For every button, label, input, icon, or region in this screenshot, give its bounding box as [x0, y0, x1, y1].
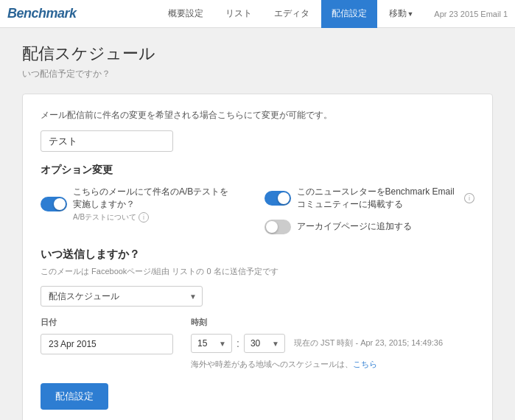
- archive-label: アーカイブページに追加する: [297, 220, 412, 233]
- minute-select[interactable]: 30: [244, 334, 285, 353]
- time-row: 15 ▼ : 30 ▼ 現在の JST 時刻 - Apr 23, 2015; 1…: [191, 334, 443, 353]
- main-content: 配信スケジュール いつ配信予定ですか？ メール配信前に件名の変更を希望される場合…: [0, 28, 515, 420]
- toggle-archive[interactable]: [264, 220, 291, 234]
- tab-delivery[interactable]: 配信設定: [321, 0, 377, 28]
- options-right: このニュースレターをBenchmark Emailコミュニティーに掲載する i …: [264, 186, 474, 234]
- community-label: このニュースレターをBenchmark Emailコミュニティーに掲載する: [297, 186, 459, 211]
- schedule-dropdown-wrapper: 配信スケジュール ▼: [41, 286, 203, 307]
- options-title: オプション変更: [41, 164, 474, 177]
- options-row: こちらのメールにて件名のA/Bテストを実施しますか？ A/Bテストについて i: [41, 186, 474, 234]
- date-time-row: 日付 時刻 15 ▼ :: [41, 317, 474, 370]
- send-title: いつ送信しますか？: [41, 248, 474, 262]
- option-archive: アーカイブページに追加する: [264, 220, 474, 234]
- date-input[interactable]: [41, 334, 173, 354]
- tab-editor[interactable]: エディタ: [264, 0, 320, 28]
- hour-dropdown-wrapper: 15 ▼: [191, 334, 232, 353]
- option-community: このニュースレターをBenchmark Emailコミュニティーに掲載する i: [264, 186, 474, 211]
- ab-test-sublabel: A/Bテストについて i: [73, 212, 235, 223]
- community-info-icon[interactable]: i: [464, 193, 474, 203]
- options-left: こちらのメールにて件名のA/Bテストを実施しますか？ A/Bテストについて i: [41, 186, 235, 223]
- send-section: いつ送信しますか？ このメールは Facebookページ/組由 リストの 0 名…: [41, 248, 474, 410]
- minute-dropdown-wrapper: 30 ▼: [244, 334, 285, 353]
- nav-tabs: 概要設定 リスト エディタ 配信設定 移動: [158, 0, 424, 27]
- logo: Benchmark: [7, 6, 77, 21]
- tab-list[interactable]: リスト: [215, 0, 262, 28]
- schedule-dropdown[interactable]: 配信スケジュール: [41, 286, 203, 307]
- topbar: Benchmark 概要設定 リスト エディタ 配信設定 移動 Apr 23 2…: [0, 0, 515, 28]
- ab-test-label: こちらのメールにて件名のA/Bテストを実施しますか？: [73, 186, 235, 211]
- send-desc: このメールは Facebookページ/組由 リストの 0 名に送信予定です: [41, 266, 474, 277]
- tab-overview[interactable]: 概要設定: [158, 0, 214, 28]
- submit-button[interactable]: 配信設定: [41, 383, 108, 410]
- time-separator: :: [237, 337, 239, 349]
- toggle-community[interactable]: [264, 191, 291, 206]
- timezone-link[interactable]: こちら: [353, 360, 377, 368]
- toggle-ab-test[interactable]: [41, 197, 67, 211]
- timezone-link-text: 海外や時差がある地域へのスケジュールは、こちら: [191, 359, 443, 370]
- card-description: メール配信前に件名の変更を希望される場合こちらにて変更が可能です。: [41, 109, 474, 122]
- time-col: 時刻 15 ▼ : 30 ▼: [191, 317, 443, 370]
- page-subtitle: いつ配信予定ですか？: [22, 68, 493, 80]
- page-title: 配信スケジュール: [22, 43, 493, 65]
- time-now-label: 現在の JST 時刻 - Apr 23, 2015; 14:49:36: [294, 337, 443, 349]
- date-col: 日付: [41, 317, 173, 354]
- subject-input[interactable]: [41, 130, 173, 152]
- date-label: 日付: [41, 317, 173, 328]
- topbar-date: Apr 23 2015 Email 1: [434, 10, 508, 18]
- ab-test-info-icon[interactable]: i: [139, 212, 149, 223]
- main-card: メール配信前に件名の変更を希望される場合こちらにて変更が可能です。 オプション変…: [22, 94, 493, 420]
- time-label: 時刻: [191, 317, 443, 328]
- tab-move[interactable]: 移動: [379, 0, 424, 28]
- option-ab-test: こちらのメールにて件名のA/Bテストを実施しますか？ A/Bテストについて i: [41, 186, 235, 223]
- hour-select[interactable]: 15: [191, 334, 232, 353]
